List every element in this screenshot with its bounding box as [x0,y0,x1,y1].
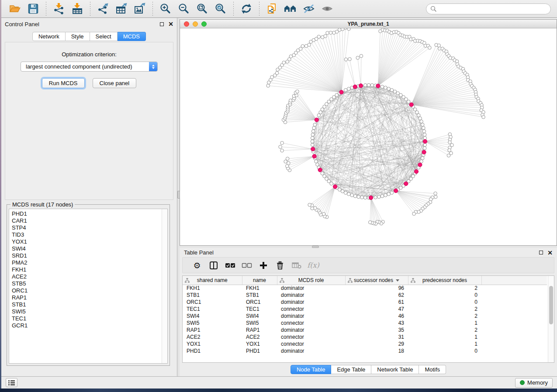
close-panel-icon[interactable]: ✕ [168,22,173,26]
toolbar-separator [90,2,90,16]
clone-network-icon[interactable] [265,2,280,16]
tab-node-table[interactable]: Node Table [291,365,332,374]
tab-network[interactable]: Network [32,32,66,41]
close-panel-icon[interactable]: ✕ [547,251,553,255]
import-table-icon[interactable] [70,2,85,16]
hierarchy-icon [280,278,284,283]
show-columns-icon[interactable] [205,261,222,270]
column-header[interactable]: shared name [183,276,242,285]
table-row[interactable]: TEC1TEC1connector472 [183,306,547,313]
dropdown-value: largest connected component (undirected) [26,63,132,70]
delete-table-icon [288,262,305,269]
mcds-result-item: RAP1 [12,294,167,301]
mcds-result-item: TEC1 [12,315,167,322]
optimization-criterion-dropdown[interactable]: largest connected component (undirected) [21,62,158,72]
mcds-result-title: MCDS result (17 nodes) [10,201,75,208]
splitter-grip[interactable] [312,246,319,248]
network-window-titlebar[interactable]: YPA_prune.txt_1 [180,20,557,28]
zoom-selected-icon[interactable] [213,2,228,16]
table-row[interactable]: RAP1RAP1dominator352 [183,327,547,334]
search-box[interactable] [426,3,551,14]
mcds-result-item: FKH1 [12,266,167,273]
dropdown-stepper-icon [149,62,157,71]
mcds-result-list[interactable]: PHD1CAR1STP4TID3YOX1SWI4SRD1PMA2FKH1ACE2… [9,209,168,364]
tab-edge-table[interactable]: Edge Table [331,365,371,374]
run-mcds-button[interactable]: Run MCDS [42,78,85,88]
mcds-result-item: PMA2 [12,259,167,266]
control-panel-tabs: NetworkStyleSelectMCDS [32,32,146,41]
zoom-out-icon[interactable] [176,2,191,16]
table-panel-title: Table Panel [184,249,214,256]
table-row[interactable]: SWI4SWI4dominator462 [183,313,547,320]
application-window: Control Panel ✕ NetworkStyleSelectMCDS O… [1,0,557,389]
network-canvas[interactable] [180,28,557,245]
export-table-icon[interactable] [114,2,129,16]
table-row[interactable]: SWI5SWI5connector431 [183,320,547,327]
show-all-icon[interactable] [320,2,335,16]
vertical-splitter[interactable] [177,18,180,376]
zoom-fit-icon[interactable] [195,2,210,16]
window-maximize-light[interactable] [201,21,207,27]
node-table[interactable]: shared namenameMCDS rolesuccessor nodesp… [182,275,554,363]
mcds-result-item: STB5 [12,280,167,287]
toolbar-separator [259,2,259,16]
hierarchy-icon [411,278,415,283]
column-header[interactable] [481,276,547,285]
table-scrollbar[interactable] [548,276,554,362]
column-header[interactable]: predecessor nodes [408,276,481,285]
scrollbar-thumb[interactable] [549,286,553,324]
hierarchy-icon [185,278,190,283]
search-icon [430,6,437,12]
float-panel-icon[interactable] [160,22,164,26]
tab-select[interactable]: Select [90,32,118,41]
mcds-result-item: PHD1 [12,210,167,217]
search-input[interactable] [439,6,550,12]
save-session-icon[interactable] [26,2,41,16]
horizontal-splitter[interactable] [180,246,557,248]
network-graph [180,28,557,245]
table-row[interactable]: FKH1FKH1dominator962 [183,285,547,292]
mcds-result-groupbox: MCDS result (17 nodes) PHD1CAR1STP4TID3Y… [7,204,170,366]
desktop-wallpaper-left [0,0,1,392]
close-panel-button[interactable]: Close panel [93,78,137,88]
tab-motifs[interactable]: Motifs [419,365,446,374]
mcds-result-item: SRD1 [12,252,167,259]
table-settings-icon[interactable]: ⚙ [189,261,205,270]
import-network-icon[interactable] [52,2,66,16]
mcds-result-item: SWI4 [12,245,167,252]
add-row-icon[interactable] [255,261,272,270]
column-header[interactable]: name [242,276,277,285]
column-header[interactable]: successor nodes [345,276,408,285]
first-neighbors-icon[interactable] [283,2,298,16]
zoom-in-icon[interactable] [158,2,173,16]
table-row[interactable]: ORC1ORC1dominator610 [183,299,547,306]
network-view-window: YPA_prune.txt_1 [180,19,557,246]
toolbar-separator [46,2,46,16]
refresh-icon[interactable] [239,2,254,16]
table-row[interactable]: ACE2ACE2connector311 [183,334,547,340]
window-close-light[interactable] [184,21,189,27]
hierarchy-icon [348,278,353,283]
memory-label: Memory [527,379,548,386]
deselect-all-icon[interactable] [239,262,255,268]
export-network-icon[interactable] [96,2,111,16]
delete-rows-icon[interactable] [272,261,288,270]
select-all-icon[interactable] [222,262,239,268]
column-header[interactable]: MCDS role [277,276,345,285]
export-image-icon[interactable] [132,2,147,16]
tab-mcds[interactable]: MCDS [118,32,146,41]
float-panel-icon[interactable] [539,251,543,254]
open-file-icon[interactable] [7,2,22,16]
tab-style[interactable]: Style [66,32,90,41]
mcds-tab-content: Optimization criterion: largest connecte… [5,42,173,200]
mcds-list-scrollbar[interactable] [162,209,167,363]
table-row[interactable]: YOX1YOX1connector291 [183,340,547,347]
table-row[interactable]: PHD1PHD1dominator180 [183,347,547,354]
task-history-button[interactable] [6,378,17,387]
tab-network-table[interactable]: Network Table [371,365,419,374]
table-row[interactable]: STB1STB1dominator620 [183,292,547,299]
memory-button[interactable]: Memory [515,378,553,388]
table-toolbar: ⚙ f(x) [182,257,554,273]
window-minimize-light[interactable] [193,21,198,27]
hide-selected-icon[interactable] [301,2,316,16]
